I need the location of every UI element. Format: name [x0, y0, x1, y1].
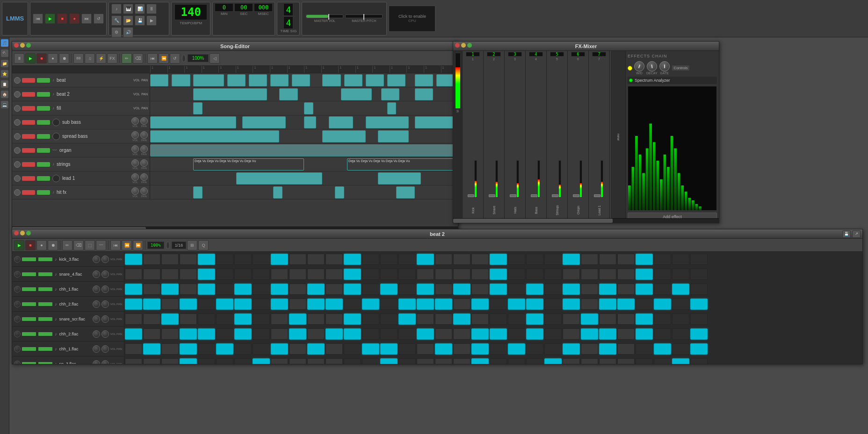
se-add-auto[interactable]: ⚡	[96, 53, 106, 64]
track-knob-vol[interactable]: VOL	[133, 78, 140, 82]
track-mute-strings[interactable]	[22, 162, 35, 167]
beat-button[interactable]	[380, 254, 398, 265]
beat-button[interactable]	[307, 254, 325, 265]
track-vol-subbass[interactable]	[37, 120, 50, 125]
beat-button[interactable]	[690, 343, 708, 355]
track-pan-knob-hitfx[interactable]	[140, 187, 148, 195]
bb-quantize[interactable]: 1/16	[172, 242, 187, 249]
beat-button[interactable]	[307, 328, 325, 340]
beat-button[interactable]	[180, 328, 197, 340]
beat-button[interactable]	[599, 343, 616, 355]
beat-button[interactable]	[599, 299, 616, 310]
track-pan-knob-strings[interactable]	[140, 159, 148, 167]
bb-track-vol-knob-2[interactable]	[93, 285, 100, 293]
beat-button[interactable]	[581, 328, 598, 340]
beat-button[interactable]	[326, 254, 343, 265]
cpu-box[interactable]: Click to enable CPU	[389, 6, 435, 32]
track-pan-knob-lead[interactable]	[140, 173, 148, 181]
beat-button[interactable]	[380, 343, 398, 355]
beat-button[interactable]	[672, 269, 689, 280]
track-vol-knob-sb[interactable]	[131, 131, 139, 139]
beat-button[interactable]	[380, 269, 398, 280]
beat-button[interactable]	[690, 358, 708, 364]
pattern-block[interactable]: Deja Vu Deja Vu Deja Vu Deja Vu Deja Vu	[347, 158, 455, 171]
bb-editor-min[interactable]	[20, 231, 25, 235]
beat-button[interactable]	[307, 299, 325, 310]
ec-gate-knob[interactable]	[659, 61, 670, 71]
beat-button[interactable]	[125, 299, 142, 310]
beat-button[interactable]	[508, 328, 525, 340]
ec-led[interactable]	[628, 66, 632, 71]
fx-mixer-max[interactable]	[467, 43, 472, 48]
bb-track-mute-0[interactable]	[22, 257, 36, 261]
transport-rewind[interactable]: ⏮	[33, 14, 43, 24]
bb-grid-toggle[interactable]: ⊞	[187, 240, 197, 250]
pattern-block[interactable]	[227, 74, 246, 86]
bb-track-pan-knob-0[interactable]	[101, 256, 109, 263]
fxm-fader-0[interactable]	[469, 197, 472, 198]
sidebar-item-computer[interactable]: 💻	[1, 101, 8, 108]
track-mute-fill[interactable]	[22, 106, 35, 111]
beat-button[interactable]	[563, 358, 580, 364]
beat-button[interactable]	[234, 328, 252, 340]
pattern-block[interactable]	[378, 130, 409, 142]
track-pattern-beat2[interactable]	[150, 87, 458, 101]
bb-track-vol-7[interactable]	[38, 362, 52, 364]
beat-button[interactable]	[307, 343, 325, 355]
track-vol-knob-organ[interactable]	[131, 145, 139, 153]
beat-button[interactable]	[581, 269, 598, 280]
beat-button[interactable]	[544, 299, 562, 310]
pattern-block[interactable]	[387, 102, 397, 114]
beat-button[interactable]	[526, 358, 543, 364]
beat-button[interactable]	[599, 328, 616, 340]
beat-button[interactable]	[307, 269, 325, 280]
beat-button[interactable]	[380, 313, 398, 325]
beat-button[interactable]	[143, 343, 160, 355]
beat-button[interactable]	[289, 254, 306, 265]
track-settings-lead[interactable]	[14, 175, 21, 182]
beat-button[interactable]	[271, 328, 288, 340]
beat-button[interactable]	[672, 343, 689, 355]
pattern-block[interactable]	[273, 186, 282, 199]
bb-track-pan-knob-3[interactable]	[101, 300, 109, 308]
fxm-channel-1[interactable]: 2 2 Snare	[484, 51, 505, 223]
beat-button[interactable]	[289, 328, 306, 340]
tool-btn-3[interactable]: 📊	[135, 4, 145, 14]
beat-button[interactable]	[690, 299, 708, 310]
se-stop[interactable]: ■	[36, 53, 47, 64]
track-mute-organ[interactable]	[22, 148, 35, 153]
pattern-block[interactable]	[150, 130, 279, 142]
beat-button[interactable]	[453, 358, 470, 364]
bb-record2[interactable]: ⏺	[48, 240, 58, 250]
beat-button[interactable]	[271, 343, 288, 355]
beat-button[interactable]	[234, 284, 252, 295]
beat-button[interactable]	[161, 299, 179, 310]
beat-button[interactable]	[599, 313, 616, 325]
beat-button[interactable]	[636, 358, 653, 364]
beat-button[interactable]	[435, 284, 452, 295]
ec-effect-toggle[interactable]	[629, 78, 633, 82]
beat-button[interactable]	[125, 313, 142, 325]
bb-track-gear-2[interactable]	[14, 286, 21, 292]
bb-track-gear-4[interactable]	[14, 316, 21, 322]
beat-button[interactable]	[253, 358, 270, 364]
beat-button[interactable]	[253, 343, 270, 355]
beat-button[interactable]	[380, 328, 398, 340]
beat-button[interactable]	[198, 269, 215, 280]
track-knob-vol3[interactable]: VOL	[133, 107, 140, 110]
fx-mixer-min[interactable]	[461, 43, 466, 48]
se-add-sample[interactable]: ♫	[85, 53, 95, 64]
bb-export-btn[interactable]: ↗	[852, 230, 861, 238]
beat-button[interactable]	[617, 254, 635, 265]
beat-button[interactable]	[362, 269, 379, 280]
track-mute-subbass[interactable]	[22, 120, 35, 125]
beat-button[interactable]	[234, 343, 252, 355]
beat-button[interactable]	[636, 269, 653, 280]
tool-btn-10[interactable]: 🔊	[123, 27, 133, 37]
beat-button[interactable]	[180, 284, 197, 295]
bb-prev[interactable]: ⏮	[110, 240, 121, 250]
song-editor-max[interactable]	[26, 43, 31, 48]
tool-btn-9[interactable]: ⚙	[111, 27, 122, 37]
beat-button[interactable]	[417, 358, 434, 364]
transport-stop[interactable]: ■	[57, 14, 67, 24]
